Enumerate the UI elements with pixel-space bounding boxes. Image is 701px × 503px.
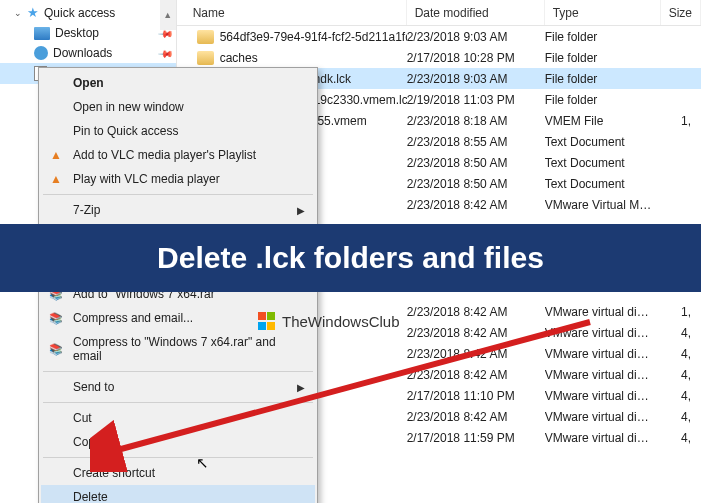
file-size: 1,	[661, 305, 701, 319]
file-size: 4,	[661, 431, 701, 445]
menu-copy[interactable]: Copy	[41, 430, 315, 454]
chevron-down-icon: ⌄	[14, 8, 22, 18]
file-date: 2/23/2018 8:42 AM	[407, 198, 545, 212]
file-name: caches	[220, 51, 258, 65]
watermark: TheWindowsClub	[258, 312, 400, 330]
file-size: 4,	[661, 347, 701, 361]
file-date: 2/17/2018 10:28 PM	[407, 51, 545, 65]
nav-item-desktop[interactable]: Desktop 📌	[0, 23, 176, 43]
windows-logo-icon	[258, 312, 276, 330]
menu-send-to[interactable]: Send to ▶	[41, 375, 315, 399]
file-date: 2/23/2018 8:42 AM	[407, 347, 545, 361]
file-row[interactable]: caches2/17/2018 10:28 PMFile folder	[177, 47, 701, 68]
menu-compress-rar-email[interactable]: 📚 Compress to "Windows 7 x64.rar" and em…	[41, 330, 315, 368]
file-date: 2/19/2018 11:03 PM	[407, 93, 545, 107]
folder-icon	[197, 51, 214, 65]
file-size: 4,	[661, 410, 701, 424]
file-type: VMware virtual disk f...	[545, 326, 661, 340]
column-header-type[interactable]: Type	[545, 0, 661, 25]
file-type: VMware virtual disk f...	[545, 347, 661, 361]
file-type: VMware virtual disk f...	[545, 368, 661, 382]
file-type: VMEM File	[545, 114, 661, 128]
file-type: Text Document	[545, 135, 661, 149]
file-type: File folder	[545, 30, 661, 44]
file-date: 2/23/2018 9:03 AM	[407, 30, 545, 44]
desktop-icon	[34, 27, 50, 40]
menu-vlc-playlist[interactable]: ▲ Add to VLC media player's Playlist	[41, 143, 315, 167]
pin-icon: 📌	[158, 45, 174, 61]
file-date: 2/23/2018 8:42 AM	[407, 410, 545, 424]
file-date: 2/23/2018 8:55 AM	[407, 135, 545, 149]
submenu-arrow-icon: ▶	[297, 205, 305, 216]
file-type: VMware virtual disk f...	[545, 389, 661, 403]
nav-label: Quick access	[44, 6, 115, 20]
file-size: 4,	[661, 326, 701, 340]
file-size: 1,	[661, 114, 701, 128]
file-type: VMware virtual disk f...	[545, 305, 661, 319]
nav-quick-access[interactable]: ⌄ ★ Quick access	[0, 2, 176, 23]
file-type: Text Document	[545, 177, 661, 191]
column-header-name[interactable]: Name	[177, 0, 407, 25]
column-header-size[interactable]: Size	[661, 0, 701, 25]
file-type: Text Document	[545, 156, 661, 170]
file-date: 2/23/2018 8:18 AM	[407, 114, 545, 128]
file-type: VMware Virtual Mac...	[545, 198, 661, 212]
menu-vlc-play[interactable]: ▲ Play with VLC media player	[41, 167, 315, 191]
file-date: 2/23/2018 8:42 AM	[407, 326, 545, 340]
file-type: VMware virtual disk f...	[545, 410, 661, 424]
rar-icon: 📚	[47, 310, 65, 326]
menu-separator	[43, 194, 313, 195]
file-size: 4,	[661, 368, 701, 382]
menu-separator	[43, 402, 313, 403]
file-type: File folder	[545, 72, 661, 86]
menu-separator	[43, 371, 313, 372]
nav-label: Downloads	[53, 46, 112, 60]
watermark-text: TheWindowsClub	[282, 313, 400, 330]
file-date: 2/23/2018 9:03 AM	[407, 72, 545, 86]
menu-create-shortcut[interactable]: Create shortcut	[41, 461, 315, 485]
star-icon: ★	[27, 5, 39, 20]
menu-separator	[43, 457, 313, 458]
overlay-banner: Delete .lck folders and files	[0, 224, 701, 292]
menu-cut[interactable]: Cut	[41, 406, 315, 430]
file-type: VMware virtual disk f...	[545, 431, 661, 445]
file-date: 2/23/2018 8:50 AM	[407, 177, 545, 191]
mouse-cursor-icon: ↖	[196, 454, 209, 472]
folder-icon	[197, 30, 214, 44]
file-date: 2/23/2018 8:42 AM	[407, 368, 545, 382]
menu-7zip[interactable]: 7-Zip ▶	[41, 198, 315, 222]
file-row[interactable]: 564df3e9-79e4-91f4-fcf2-5d211a1fd655.vme…	[177, 26, 701, 47]
nav-scroll-up[interactable]: ▲	[160, 0, 176, 30]
vlc-icon: ▲	[47, 171, 65, 187]
rar-icon: 📚	[47, 341, 65, 357]
vlc-icon: ▲	[47, 147, 65, 163]
file-size: 4,	[661, 389, 701, 403]
chevron-up-icon: ▲	[163, 10, 172, 20]
file-date: 2/23/2018 8:42 AM	[407, 305, 545, 319]
file-type: File folder	[545, 51, 661, 65]
menu-delete[interactable]: Delete	[41, 485, 315, 503]
file-date: 2/17/2018 11:59 PM	[407, 431, 545, 445]
nav-item-downloads[interactable]: Downloads 📌	[0, 43, 176, 63]
file-type: File folder	[545, 93, 661, 107]
menu-open-new-window[interactable]: Open in new window	[41, 95, 315, 119]
downloads-icon	[34, 46, 48, 60]
nav-label: Desktop	[55, 26, 99, 40]
file-name: 564df3e9-79e4-91f4-fcf2-5d211a1fd655.vme…	[220, 30, 407, 44]
menu-pin-quick-access[interactable]: Pin to Quick access	[41, 119, 315, 143]
file-date: 2/17/2018 11:10 PM	[407, 389, 545, 403]
column-header-date[interactable]: Date modified	[407, 0, 545, 25]
menu-open[interactable]: Open	[41, 71, 315, 95]
column-headers: Name Date modified Type Size	[177, 0, 701, 26]
file-date: 2/23/2018 8:50 AM	[407, 156, 545, 170]
submenu-arrow-icon: ▶	[297, 382, 305, 393]
